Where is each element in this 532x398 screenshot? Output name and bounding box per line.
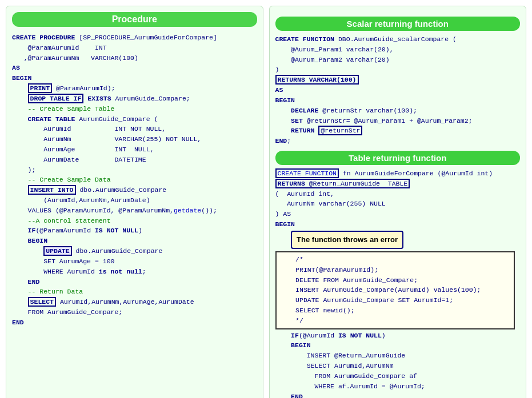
procedure-code: CREATE PROCEDURE [SP_PROCEDURE_AurumGuid… — [12, 33, 257, 328]
scalar-title: Scalar returning function — [275, 17, 521, 31]
procedure-panel: Procedure CREATE PROCEDURE [SP_PROCEDURE… — [6, 6, 263, 398]
right-panel: Scalar returning function CREATE FUNCTIO… — [269, 6, 527, 398]
table-title: Table returning function — [275, 151, 521, 165]
scalar-code: CREATE FUNCTION DBO.AurumGuide_scalarCom… — [275, 34, 521, 146]
error-tooltip: The function throws an error — [291, 231, 403, 249]
procedure-title: Procedure — [12, 12, 257, 27]
main-container: Procedure CREATE PROCEDURE [SP_PROCEDURE… — [6, 6, 526, 398]
table-code: CREATE FUNCTION fn AurumGuideForCompare … — [275, 168, 521, 398]
